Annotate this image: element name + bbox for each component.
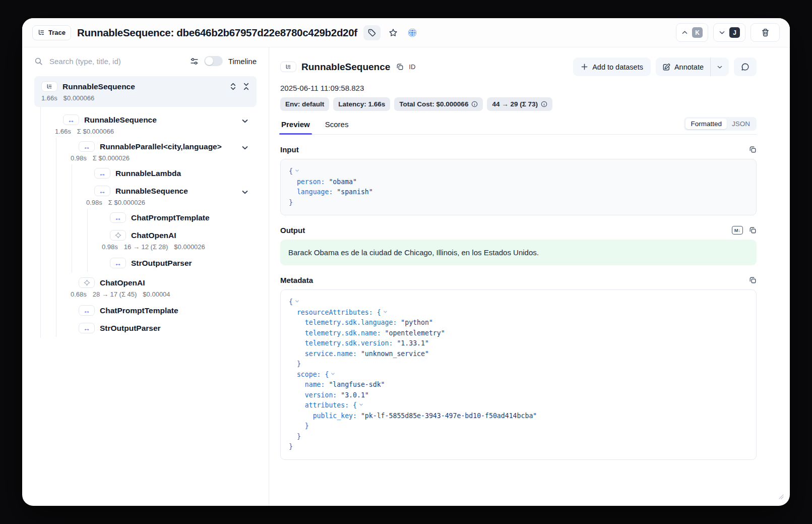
code-line: {: [289, 297, 748, 308]
tree-node-label: StrOutputParser: [131, 259, 192, 268]
metadata-heading: Metadata: [280, 276, 313, 284]
code-line: service.name: "unknown_service": [289, 349, 748, 360]
tree-node-stats: 0.98sΣ $0.000026: [86, 199, 241, 206]
arrows-left-right-icon: ↔: [114, 260, 121, 267]
metadata-json: {resourceAttributes: {telemetry.sdk.lang…: [280, 289, 757, 460]
tree-node: ChatOpenAI0.68s28 → 17 (Σ 45)$0.00004: [56, 274, 257, 302]
copy-output-icon[interactable]: [749, 226, 757, 234]
globe-icon[interactable]: [406, 25, 419, 40]
chevron-down-icon[interactable]: [241, 189, 248, 196]
formatted-option[interactable]: Formatted: [685, 119, 727, 129]
tree-node-label: ChatOpenAI: [131, 231, 176, 240]
trace-tree: RunnableSequence 1.66s $0.000066 ↔Runnab…: [34, 76, 257, 338]
tree-node-stats: 0.98sΣ $0.000026: [71, 154, 241, 162]
markdown-toggle-icon[interactable]: M↓: [732, 226, 743, 235]
arrows-left-right-icon: ↔: [68, 117, 75, 124]
next-item-button[interactable]: J: [713, 23, 745, 42]
tree-node-label: RunnableLambda: [115, 169, 181, 178]
tree-children: ↔RunnableLambda↔RunnableSequence0.98sΣ $…: [72, 164, 257, 273]
tree-root-runnablesequence[interactable]: RunnableSequence 1.66s $0.000066: [34, 76, 257, 107]
tree-node-chatprompttemplate[interactable]: ↔ChatPromptTemplate: [56, 303, 257, 318]
timestamp: 2025-06-11 11:09:58.823: [280, 84, 757, 92]
add-to-datasets-button[interactable]: Add to datasets: [573, 57, 651, 76]
input-heading: Input: [280, 145, 299, 154]
input-section: Input {person: "obama"language: "spanish…: [280, 145, 757, 215]
arrows-left-right-icon: ↔: [114, 214, 121, 221]
metadata-section: Metadata {resourceAttributes: {telemetry…: [280, 276, 757, 460]
tree-node-stroutputparser[interactable]: ↔StrOutputParser: [88, 255, 257, 271]
collapse-chevron-icon[interactable]: [329, 371, 335, 378]
code-line: {: [289, 166, 748, 177]
copy-id-icon[interactable]: [396, 63, 404, 71]
info-icon: [471, 101, 478, 107]
tree-node-chatopenai[interactable]: ChatOpenAI0.68s28 → 17 (Σ 45)$0.00004: [56, 275, 257, 301]
code-line: name: "langfuse-sdk": [289, 380, 748, 390]
search-icon: [34, 57, 43, 66]
tree-node-stroutputparser[interactable]: ↔StrOutputParser: [56, 320, 257, 336]
code-line: attributes: {: [289, 400, 748, 411]
id-label: ID: [409, 63, 415, 71]
list-tree-icon: [46, 84, 52, 90]
output-heading: Output: [280, 226, 305, 235]
tree-root-stats: 1.66s $0.000066: [41, 94, 249, 102]
tree-node-label: ChatPromptTemplate: [100, 306, 178, 315]
collapse-all-icon[interactable]: [243, 83, 249, 90]
json-option[interactable]: JSON: [727, 119, 755, 129]
trace-tree-panel: Timeline RunnableSequence: [22, 47, 269, 506]
expand-all-icon[interactable]: [230, 83, 236, 90]
tag-icon[interactable]: [363, 25, 381, 40]
search-input[interactable]: [48, 56, 184, 66]
chevron-down-icon[interactable]: [241, 118, 248, 125]
code-line: language: "spanish": [289, 187, 748, 198]
tree-node: ↔StrOutputParser: [88, 254, 257, 272]
window-header: Trace RunnableSequence: dbe646b2b67957d2…: [22, 18, 790, 47]
arrows-left-right-icon: ↔: [99, 170, 106, 177]
tree-node-label: StrOutputParser: [100, 324, 161, 333]
tree-node-runnablesequence[interactable]: ↔RunnableSequence1.66sΣ $0.000066: [41, 112, 257, 138]
collapse-chevron-icon[interactable]: [293, 298, 299, 306]
format-toggle: Formatted JSON: [684, 117, 757, 131]
tab-scores[interactable]: Scores: [324, 117, 350, 134]
sparkle-icon: [84, 279, 90, 286]
annotate-button[interactable]: Annotate: [656, 57, 710, 76]
chevron-down-icon[interactable]: [241, 144, 248, 151]
plus-icon: [581, 63, 588, 71]
copy-input-icon[interactable]: [749, 146, 757, 153]
observation-title: RunnableSequence: [301, 62, 390, 73]
keycap-k: K: [692, 27, 703, 38]
metric-badge: Latency: 1.66s: [333, 97, 390, 111]
code-line: public_key: "pk-lf-5855d85e-3943-497e-bd…: [289, 411, 748, 422]
tree-node-label: RunnableSequence: [84, 115, 157, 125]
tree-node-runnablesequence[interactable]: ↔RunnableSequence0.98sΣ $0.000026: [72, 183, 257, 209]
resize-handle[interactable]: [779, 492, 784, 501]
comment-bubble-icon: [741, 63, 749, 71]
tree-node-runnablelambda[interactable]: ↔RunnableLambda: [72, 165, 257, 181]
tree-root-label: RunnableSequence: [63, 82, 135, 91]
code-line: scope: {: [289, 370, 748, 380]
page-title: RunnableSequence: dbe646b2b67957d22e8780…: [77, 27, 357, 39]
code-line: telemetry.sdk.name: "opentelemetry": [289, 328, 748, 339]
star-icon[interactable]: [387, 25, 400, 40]
output-text: Barack Obama es de la ciudad de Chicago,…: [280, 240, 757, 265]
tree-node-label: ChatPromptTemplate: [131, 213, 210, 222]
prev-item-button[interactable]: K: [676, 23, 708, 42]
code-line: }: [289, 421, 748, 432]
collapse-chevron-icon[interactable]: [381, 309, 388, 316]
filter-sliders-icon[interactable]: [190, 57, 199, 66]
copy-metadata-icon[interactable]: [749, 276, 757, 284]
annotate-dropdown-button[interactable]: [710, 57, 729, 76]
collapse-chevron-icon[interactable]: [357, 401, 363, 409]
tree-node-chatprompttemplate[interactable]: ↔ChatPromptTemplate: [88, 210, 257, 225]
code-line: }: [289, 432, 748, 442]
tree-node-runnableparallel-city-language[interactable]: ↔RunnableParallel<city,language>0.98sΣ $…: [56, 139, 257, 164]
comments-button[interactable]: [734, 57, 757, 76]
collapse-chevron-icon[interactable]: [293, 167, 299, 175]
tree-node-chatopenai[interactable]: ChatOpenAI0.98s16 → 12 (Σ 28)$0.000026: [88, 227, 257, 253]
trash-icon: [761, 28, 770, 37]
tab-preview[interactable]: Preview: [280, 117, 311, 134]
tree-node-label: RunnableParallel<city,language>: [100, 142, 222, 151]
delete-button[interactable]: [751, 23, 780, 42]
tree-children: ↔ChatPromptTemplateChatOpenAI0.98s16 → 1…: [87, 209, 257, 272]
annotate-button-group: Annotate: [656, 57, 729, 76]
timeline-toggle[interactable]: [204, 56, 223, 66]
